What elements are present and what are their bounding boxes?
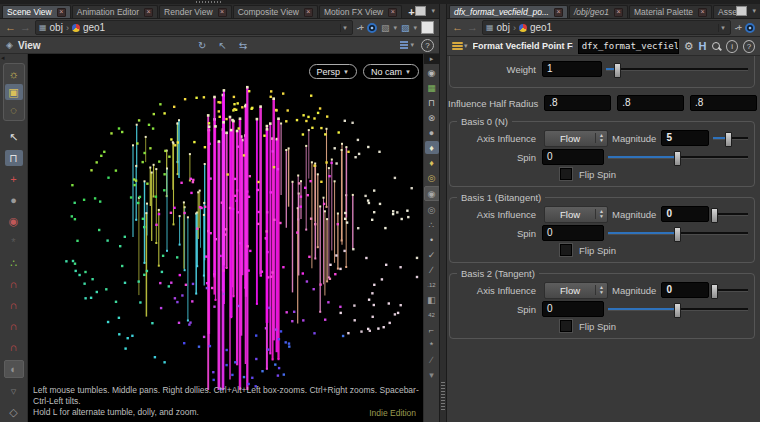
layout-display-caret-icon[interactable]: ▾ — [413, 24, 417, 32]
axis-influence-dropdown[interactable]: Flow ▲▼ — [544, 130, 608, 147]
pose-tool-icon[interactable]: ◉ — [5, 213, 23, 229]
pin-pane-icon[interactable]: -+ — [357, 23, 363, 33]
prim-numbers-icon[interactable]: 42 — [425, 308, 439, 321]
prim-hand-icon[interactable]: ◧ — [425, 293, 439, 306]
object-display-icon[interactable]: ▧ — [381, 23, 390, 33]
magnet-curve-tool-icon[interactable]: ∩ — [5, 297, 23, 313]
point-numbers-icon[interactable]: .12 — [425, 278, 439, 291]
tab-obj-geo1[interactable]: /obj/geo1× — [569, 5, 628, 18]
back-button[interactable]: ← — [452, 22, 463, 33]
point-normals-icon[interactable]: ✓ — [425, 248, 439, 261]
pane-menu-caret-icon[interactable]: ▾ — [431, 7, 435, 15]
display-toolbar-expand-icon[interactable]: ▸ — [424, 54, 439, 64]
info-icon[interactable]: i — [726, 40, 738, 53]
magnitude-field[interactable]: 5 — [661, 130, 709, 146]
help-icon[interactable]: ? — [743, 40, 755, 53]
measure-icon[interactable]: ⌐ — [425, 323, 439, 336]
spin-slider[interactable] — [608, 151, 748, 164]
lock-camera-icon[interactable]: ⊓ — [425, 96, 439, 109]
help-icon[interactable]: ? — [421, 39, 434, 52]
magnitude-slider[interactable] — [713, 208, 748, 221]
node-type-icon[interactable] — [452, 42, 463, 50]
tool-expand-caret-icon[interactable]: ▿ — [5, 383, 23, 399]
display-options-icon[interactable]: ◉ — [424, 186, 440, 201]
ghost-objects-icon[interactable]: ◎ — [425, 203, 439, 216]
more-options-caret-icon[interactable]: ▾ — [425, 368, 439, 381]
translate-handles-tool-icon[interactable]: + — [5, 171, 23, 187]
tab-close-button[interactable]: × — [304, 8, 313, 17]
tab-asset-browser[interactable]: Asset Browser× — [713, 5, 736, 18]
headlight-icon[interactable]: ♦ — [425, 141, 439, 154]
follow-selection-icon[interactable] — [745, 23, 755, 33]
volatile-view-tool-icon[interactable]: ☼ — [5, 66, 23, 82]
pane-splitter-grip[interactable] — [441, 380, 445, 410]
path-root[interactable]: obj — [497, 22, 510, 33]
view-pane-icon[interactable]: ◈ — [6, 40, 13, 50]
influence-half-radius-x-field[interactable]: .8 — [544, 95, 611, 111]
path-dropdown-caret-icon[interactable]: ▾ — [340, 24, 349, 32]
tumble-view-icon[interactable]: ↻ — [198, 40, 206, 51]
forward-button[interactable]: → — [467, 22, 478, 33]
select-mode-icon[interactable]: ↖ — [218, 40, 226, 51]
select-arrow-tool-icon[interactable]: ↖ — [5, 129, 23, 145]
high-quality-lighting-icon[interactable]: ◎ — [425, 171, 439, 184]
spin-field[interactable]: 0 — [542, 149, 604, 165]
node-path-widget[interactable]: ▦ obj › geo1 ▾ — [35, 20, 353, 35]
smooth-shading-icon[interactable]: ● — [425, 126, 439, 139]
path-dropdown-caret-icon[interactable]: ▾ — [718, 24, 727, 32]
houdini-help-icon[interactable]: H — [699, 40, 707, 52]
display-list-icon[interactable] — [400, 41, 408, 49]
new-tab-button[interactable]: + — [408, 6, 414, 18]
particle-tool-icon[interactable]: ∴ — [5, 255, 23, 271]
magnet-box-tool-icon[interactable]: ∩ — [5, 276, 23, 292]
normal-lighting-icon[interactable]: ♦ — [425, 156, 439, 169]
influence-half-radius-z-field[interactable]: .8 — [690, 95, 757, 111]
disable-lighting-icon[interactable]: ⊗ — [425, 111, 439, 124]
select-geometry-tool-icon[interactable]: ◌ — [5, 102, 23, 118]
view-visibility-icon[interactable]: ◉ — [425, 66, 439, 79]
layout-display-icon[interactable]: ▨ — [401, 23, 410, 33]
display-list-caret-icon[interactable]: ▾ — [410, 41, 414, 49]
slash-icon[interactable]: ∕ — [425, 353, 439, 366]
tab-animation-editor[interactable]: Animation Editor× — [72, 5, 158, 18]
tab-motion-fx-view[interactable]: Motion FX View× — [319, 5, 402, 18]
sculpt-sphere-tool-icon[interactable]: ◐ — [4, 360, 24, 378]
path-node[interactable]: geo1 — [530, 22, 552, 33]
pane-maximize-icon[interactable] — [736, 6, 747, 16]
tab-close-button[interactable]: × — [218, 8, 227, 17]
pan-view-icon[interactable]: ⇆ — [239, 40, 247, 51]
spin-field[interactable]: 0 — [542, 301, 604, 317]
weight-slider[interactable] — [606, 63, 748, 76]
brush-tool-icon[interactable]: ◇ — [5, 404, 23, 420]
magnitude-field[interactable]: 0 — [661, 206, 709, 222]
magnet-tool-icon[interactable]: ∩ — [5, 339, 23, 355]
magnet-ball-tool-icon[interactable]: ∩ — [5, 318, 23, 334]
spinner-arrows-icon[interactable]: ▲▼ — [595, 133, 607, 143]
toolbar-collapse-icon[interactable]: ◂ — [1, 54, 5, 62]
tab-close-button[interactable]: × — [388, 8, 397, 17]
pin-pane-icon[interactable]: -+ — [735, 23, 741, 33]
tab-material-palette[interactable]: Material Palette× — [629, 5, 712, 18]
axis-influence-dropdown[interactable]: Flow ▲▼ — [544, 282, 608, 299]
object-display-caret-icon[interactable]: ▾ — [393, 24, 397, 32]
snap-icon[interactable]: * — [425, 338, 439, 351]
magnitude-field[interactable]: 0 — [661, 282, 709, 298]
node-path-widget[interactable]: ▦ obj › geo1 ▾ — [482, 20, 731, 35]
flip-spin-checkbox[interactable] — [560, 168, 572, 180]
snapshot-icon[interactable] — [421, 21, 434, 34]
point-trails-icon[interactable]: ∕ — [425, 263, 439, 276]
viewport-canvas[interactable]: Persp▼ No cam▼ Left mouse tumbles. Middl… — [28, 54, 423, 422]
tab-close-button[interactable]: × — [698, 8, 707, 17]
camera-menu[interactable]: No cam▼ — [363, 64, 419, 79]
pane-menu-caret-icon[interactable]: ▾ — [752, 7, 756, 15]
tab-close-button[interactable]: × — [614, 8, 623, 17]
path-node[interactable]: geo1 — [83, 22, 105, 33]
tab-close-button[interactable]: × — [554, 8, 563, 17]
gear-icon[interactable]: ⚙ — [684, 40, 694, 53]
projection-menu[interactable]: Persp▼ — [309, 64, 357, 79]
flip-spin-checkbox[interactable] — [560, 320, 572, 332]
node-name-field[interactable]: dfx_format_vecfield_p — [578, 39, 679, 54]
magnitude-slider[interactable] — [713, 284, 748, 297]
tab-scene-view[interactable]: Scene View× — [2, 5, 71, 18]
point-display-icon[interactable]: • — [425, 233, 439, 246]
